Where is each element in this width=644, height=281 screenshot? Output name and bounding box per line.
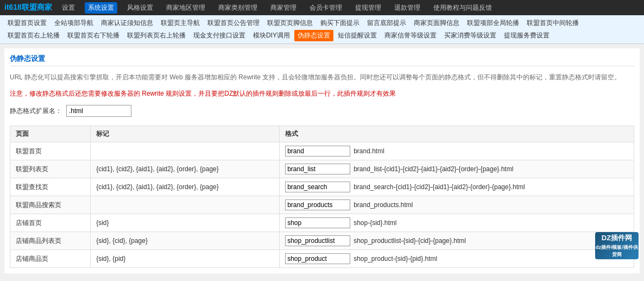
subnav-alliance-home-settings[interactable]: 联盟首页设置 — [4, 17, 50, 29]
nav-category-mgmt[interactable]: 商家类别管理 — [215, 2, 261, 14]
sub-navigation: 联盟首页设置 全站项部导航 商家认证须知信息 联盟页主导航 联盟首页公告管理 联… — [0, 15, 644, 44]
format-suffix: brand_products.html — [353, 201, 413, 209]
table-row: 联盟商品搜索页brand_products.html — [10, 196, 634, 214]
info-description: URL 静态化可以提高搜索引擎抓取，开启本功能需要对 Web 服务器增加相应的 … — [10, 72, 634, 84]
cell-mark: {sid} — [91, 214, 280, 232]
cell-format: shop_productlist-{sid}-{cid}-{page}.html — [280, 232, 634, 250]
page-title: 伪静态设置 — [10, 54, 634, 66]
format-prefix-input[interactable] — [285, 253, 350, 264]
subnav-alliance-footer-info[interactable]: 联盟页页脚信息 — [264, 17, 316, 29]
cell-format: brand_search-{cid1}-{cid2}-{aid1}-{aid2}… — [280, 178, 634, 196]
extension-label: 静态格式扩展名： — [10, 107, 62, 116]
table-row: 店铺首页{sid}shop-{sid}.html — [10, 214, 634, 232]
col-header-format: 格式 — [280, 126, 634, 142]
subnav-list-right-carousel[interactable]: 联盟列表页右上轮播 — [124, 30, 189, 41]
extension-input[interactable] — [66, 105, 131, 117]
nav-region-mgmt[interactable]: 商家地区管理 — [163, 2, 209, 14]
cell-mark: {cid1}, {cid2}, {aid1}, {aid2}, {order},… — [91, 160, 280, 178]
warning-description: 注意，修改静态格式后还您需要修改服务器的 Rewrite 规则设置，并且要把DZ… — [10, 88, 634, 100]
table-row: 店铺商品列表页{sid}, {cid}, {page}shop_productl… — [10, 232, 634, 250]
subnav-merchant-cert-info[interactable]: 商家认证须知信息 — [98, 17, 156, 29]
subnav-sms-reminder[interactable]: 短信提醒设置 — [334, 30, 380, 41]
table-row: 联盟首页brand.html — [10, 142, 634, 160]
format-prefix-input[interactable] — [285, 164, 350, 174]
subnav-global-carousel[interactable]: 联盟项部全局轮播 — [464, 17, 522, 29]
format-prefix-input[interactable] — [285, 217, 350, 228]
nav-system-settings[interactable]: 系统设置 — [85, 2, 117, 14]
table-row: 店铺商品页{sid}, {pid}shop_product-{sid}-{pid… — [10, 250, 634, 268]
warning-text-content: 注意，修改静态格式后还您需要修改服务器的 Rewrite 规则设置，并且要把DZ… — [10, 90, 396, 97]
subnav-module-diy[interactable]: 模块DIY调用 — [250, 30, 293, 41]
cell-page-name: 联盟商品搜索页 — [10, 196, 91, 214]
cell-mark — [91, 196, 280, 214]
col-header-page: 页面 — [10, 126, 91, 142]
watermark-overlay: DZ插件网 dz插件/模板/插件供货商 — [595, 232, 639, 259]
static-settings-table: 页面 标记 格式 联盟首页brand.html联盟列表页{cid1}, {cid… — [10, 126, 634, 268]
table-row: 联盟查找页{cid1}, {cid2}, {aid1}, {aid2}, {or… — [10, 178, 634, 196]
format-prefix-input[interactable] — [285, 235, 350, 246]
cell-mark: {sid}, {cid}, {page} — [91, 232, 280, 250]
cell-format: brand_list-{cid1}-{cid2}-{aid1}-{aid2}-{… — [280, 160, 634, 178]
subnav-comment-bottom[interactable]: 留言底部提示 — [364, 17, 409, 29]
cell-mark: {cid1}, {cid2}, {aid1}, {aid2}, {order},… — [91, 178, 280, 196]
subnav-global-nav[interactable]: 全站项部导航 — [51, 17, 97, 29]
col-header-mark: 标记 — [91, 126, 280, 142]
cell-page-name: 联盟列表页 — [10, 160, 91, 178]
format-prefix-input[interactable] — [285, 199, 350, 210]
cell-mark — [91, 142, 280, 160]
cell-page-name: 店铺商品列表页 — [10, 232, 91, 250]
subnav-merchant-footer[interactable]: 商家页面脚信息 — [411, 17, 463, 29]
cell-format: shop_product-{sid}-{pid}.html — [280, 250, 634, 268]
cell-page-name: 联盟查找页 — [10, 178, 91, 196]
cell-mark: {sid}, {pid} — [91, 250, 280, 268]
watermark-logo: DZ插件网 dz插件/模板/插件供货商 — [595, 232, 639, 259]
cell-format: brand.html — [280, 142, 634, 160]
subnav-alliance-announcement[interactable]: 联盟首页公告管理 — [204, 17, 263, 29]
format-suffix: brand_list-{cid1}-{cid2}-{aid1}-{aid2}-{… — [353, 165, 513, 173]
format-suffix: shop-{sid}.html — [353, 219, 396, 227]
main-content: 伪静态设置 URL 静态化可以提高搜索引擎抓取，开启本功能需要对 Web 服务器… — [4, 48, 640, 273]
table-row: 联盟列表页{cid1}, {cid2}, {aid1}, {aid2}, {or… — [10, 160, 634, 178]
cell-format: brand_products.html — [280, 196, 634, 214]
nav-settings[interactable]: 设置 — [59, 2, 78, 14]
format-prefix-input[interactable] — [285, 146, 350, 157]
nav-style-settings[interactable]: 风格设置 — [124, 2, 156, 14]
cell-page-name: 店铺首页 — [10, 214, 91, 232]
subnav-buy-hint[interactable]: 购买下面提示 — [317, 17, 363, 29]
top-navigation: it618联盟商家 设置 系统设置 风格设置 商家地区管理 商家类别管理 商家管… — [0, 0, 644, 15]
subnav-static-settings[interactable]: 伪静态设置 — [294, 30, 333, 41]
nav-withdrawal[interactable]: 提现管理 — [352, 2, 384, 14]
table-header-row: 页面 标记 格式 — [10, 126, 634, 142]
format-suffix: shop_productlist-{sid}-{cid}-{page}.html — [353, 237, 466, 245]
cell-page-name: 店铺商品页 — [10, 250, 91, 268]
nav-merchant-mgmt[interactable]: 商家管理 — [267, 2, 300, 14]
brand-logo[interactable]: it618联盟商家 — [4, 3, 52, 13]
subnav-top-right-carousel[interactable]: 联盟首页右上轮播 — [4, 30, 63, 41]
nav-refund[interactable]: 退款管理 — [391, 2, 424, 14]
subnav-middle-carousel[interactable]: 联盟首页中间轮播 — [523, 17, 582, 29]
format-suffix: brand.html — [353, 147, 384, 155]
subnav-buyer-grade[interactable]: 买家消费等级设置 — [441, 30, 500, 41]
subnav-merchant-credit[interactable]: 商家信誉等级设置 — [381, 30, 440, 41]
cell-page-name: 联盟首页 — [10, 142, 91, 160]
nav-tutorials[interactable]: 使用教程与问题反馈 — [430, 2, 495, 14]
subnav-withdrawal-fee[interactable]: 提现服务费设置 — [501, 30, 553, 41]
extension-form-row: 静态格式扩展名： — [10, 105, 634, 117]
format-suffix: shop_product-{sid}-{pid}.html — [353, 255, 437, 263]
cell-format: shop-{sid}.html — [280, 214, 634, 232]
format-prefix-input[interactable] — [285, 182, 350, 192]
format-suffix: brand_search-{cid1}-{cid2}-{aid1}-{aid2}… — [353, 183, 525, 191]
subnav-alliance-main-nav[interactable]: 联盟页主导航 — [157, 17, 203, 29]
subnav-bottom-right-carousel[interactable]: 联盟首页右下轮播 — [64, 30, 123, 41]
subnav-cash-payment[interactable]: 现金支付接口设置 — [190, 30, 249, 41]
nav-member-card[interactable]: 会员卡管理 — [306, 2, 345, 14]
